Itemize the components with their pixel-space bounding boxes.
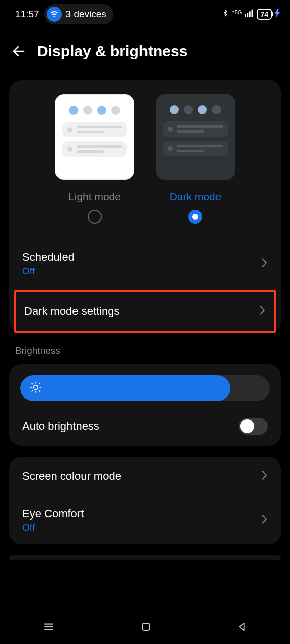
dark-mode-label: Dark mode [170, 191, 222, 203]
svg-rect-1 [247, 13, 249, 17]
dark-mode-preview [156, 94, 235, 180]
page-header: Display & brightness [0, 28, 290, 80]
chevron-right-icon [261, 257, 268, 270]
chevron-right-icon [259, 305, 266, 318]
back-nav-button[interactable] [237, 621, 248, 634]
eye-comfort-title: Eye Comfort [22, 507, 84, 520]
scheduled-title: Scheduled [22, 251, 75, 264]
wifi-icon [47, 7, 62, 22]
back-button[interactable] [11, 44, 26, 59]
signal-icon [245, 9, 254, 19]
signal-5g-label: ⁺5G [232, 9, 242, 16]
eye-comfort-value: Off [22, 522, 84, 533]
status-right: ⁺5G 74 [222, 9, 280, 20]
home-button[interactable] [140, 621, 152, 635]
svg-line-12 [32, 390, 33, 391]
page-title: Display & brightness [37, 43, 187, 60]
devices-pill[interactable]: 3 devices [44, 4, 113, 24]
light-mode-preview [55, 94, 134, 180]
bluetooth-icon [222, 9, 229, 19]
display-options-card: Screen colour mode Eye Comfort Off [9, 457, 281, 544]
svg-line-9 [39, 390, 40, 391]
auto-brightness-row[interactable]: Auto brightness [9, 407, 281, 446]
eye-comfort-row[interactable]: Eye Comfort Off [9, 496, 281, 544]
charging-icon [275, 9, 280, 19]
dark-mode-settings-title: Dark mode settings [24, 305, 120, 318]
theme-card: Light mode Dark mode Scheduled Off Dark … [9, 80, 281, 333]
system-nav-bar [0, 612, 290, 644]
chevron-right-icon [261, 514, 268, 527]
sun-icon [29, 381, 42, 396]
screen-colour-title: Screen colour mode [22, 470, 121, 483]
svg-rect-3 [252, 10, 253, 17]
dark-mode-radio[interactable] [188, 210, 202, 224]
light-mode-label: Light mode [68, 191, 121, 203]
status-time: 11:57 [15, 9, 39, 20]
svg-line-8 [32, 383, 33, 384]
brightness-section-label: Brightness [0, 344, 290, 364]
dark-mode-settings-highlight: Dark mode settings [14, 290, 276, 333]
next-card-peek [9, 555, 281, 560]
brightness-slider[interactable] [20, 375, 270, 401]
svg-rect-17 [142, 623, 150, 630]
screen-colour-row[interactable]: Screen colour mode [9, 457, 281, 496]
devices-count: 3 devices [66, 9, 106, 20]
scheduled-value: Off [22, 266, 75, 277]
svg-point-5 [34, 385, 38, 390]
light-mode-radio[interactable] [88, 210, 102, 224]
chevron-right-icon [261, 470, 268, 483]
battery-icon: 74 [257, 9, 272, 20]
recents-button[interactable] [42, 620, 55, 635]
svg-rect-0 [245, 14, 246, 17]
toggle-knob [240, 419, 254, 433]
auto-brightness-title: Auto brightness [22, 420, 99, 433]
svg-marker-18 [240, 623, 244, 631]
status-bar: 11:57 3 devices ⁺5G 74 [0, 0, 290, 28]
brightness-card: Auto brightness [9, 364, 281, 446]
svg-line-13 [39, 383, 40, 384]
auto-brightness-toggle[interactable] [239, 418, 268, 435]
scheduled-row[interactable]: Scheduled Off [9, 239, 281, 288]
light-mode-option[interactable]: Light mode [49, 94, 140, 224]
dark-mode-settings-row[interactable]: Dark mode settings [16, 292, 274, 331]
dark-mode-option[interactable]: Dark mode [150, 94, 241, 224]
svg-rect-2 [249, 11, 251, 17]
